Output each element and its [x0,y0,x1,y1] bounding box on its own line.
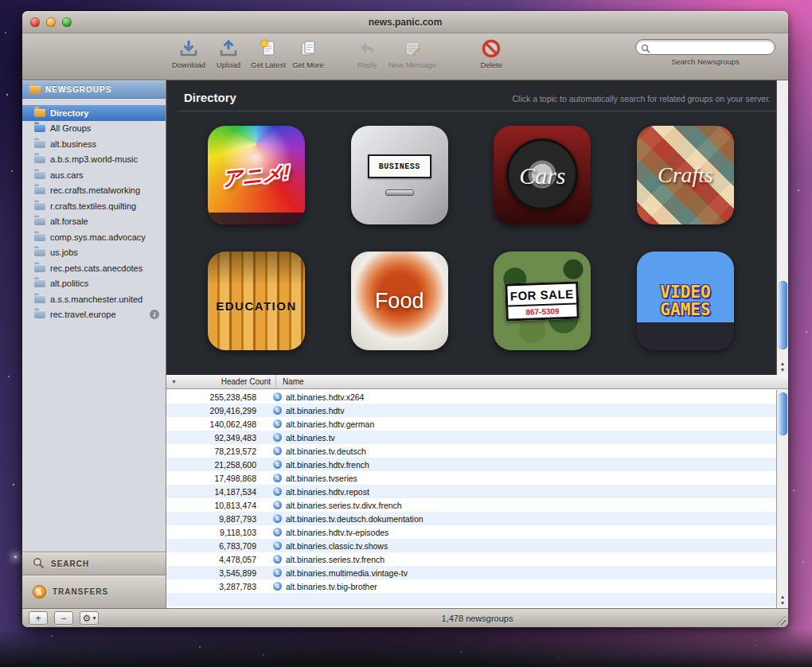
download-button[interactable]: Download [170,37,207,69]
zoom-button[interactable] [62,18,72,27]
directory-scrollbar-thumb[interactable] [779,281,787,349]
sidebar-item[interactable]: alt.politics [22,276,166,292]
header-count-cell: 9,887,793 [166,514,266,524]
folder-icon [34,171,45,179]
remove-group-button[interactable]: − [54,611,73,625]
table-row[interactable]: 6,783,709 ⇅ alt.binaries.classic.tv.show… [166,539,776,552]
header-count-cell: 17,498,868 [166,474,266,483]
directory-tile-education[interactable]: EDUCATION [208,252,305,350]
folder-icon [34,264,45,272]
sidebar-item[interactable]: rec.crafts.metalworking [22,183,166,199]
sidebar-item[interactable]: us.jobs [22,245,166,261]
table-row[interactable]: 14,187,534 ⇅ alt.binaries.hdtv.repost [166,485,776,498]
newsgroup-name-cell: alt.binaries.multimedia.vintage-tv [286,568,408,578]
sidebar-item-label: All Groups [50,123,91,133]
directory-tile-food[interactable]: Food [351,252,448,350]
header-count-cell: 6,783,709 [166,541,266,551]
upload-button[interactable]: Upload [210,37,247,69]
minimize-button[interactable] [46,18,56,27]
table-row[interactable]: 78,219,572 ⇅ alt.binaries.tv.deutsch [166,444,776,458]
sidebar-search-label: SEARCH [51,560,89,568]
desktop-stars [0,0,2,2]
newsgroup-name-cell: alt.binaries.tv [286,433,335,443]
directory-tile-video-games[interactable]: VIDEO GAMES [637,252,734,350]
table-row[interactable]: 10,813,474 ⇅ alt.binaries.series.tv.divx… [166,498,776,512]
directory-tile-forsale[interactable]: FOR SALE 867-5309 [494,252,591,350]
sidebar-item-label: comp.sys.mac.advocacy [50,232,146,242]
scroll-down-icon[interactable]: ▼ [780,600,785,607]
business-tile-label: BUSINESS [368,154,431,178]
sidebar-item[interactable]: aus.cars [22,167,166,183]
action-menu-button[interactable]: ⚙ ▾ [80,611,99,625]
sidebar-search-section[interactable]: SEARCH [22,552,166,575]
sidebar-item-label: rec.travel.europe [50,310,116,319]
table-row[interactable]: 255,238,458 ⇅ alt.binaries.hdtv.x264 [166,390,776,404]
food-tile-label: Food [375,289,424,314]
column-header-count[interactable]: Header Count [166,375,276,388]
newsgroup-icon: ⇅ [273,528,282,536]
download-label: Download [172,60,205,69]
table-scrollbar[interactable]: ▲ ▼ [776,390,788,608]
header-count-cell: 255,238,458 [166,392,266,402]
table-scrollbar-thumb[interactable] [779,392,787,435]
minus-icon: − [61,613,66,624]
sidebar-item[interactable]: alt.business [22,136,166,152]
directory-tile-cars[interactable]: Cars [494,126,591,224]
table-scroll-arrows[interactable]: ▲ ▼ [777,594,788,607]
toolbar: Download Upload Get Latest Get More Repl… [22,33,788,80]
sidebar-item[interactable]: alt.forsale [22,214,166,230]
sidebar-item[interactable]: Directory [22,105,166,121]
newsgroup-table: ▼ Header Count Name 255,238,458 ⇅ alt.bi… [166,375,788,608]
table-row[interactable]: 9,118,103 ⇅ alt.binaries.hdtv.tv-episode… [166,525,776,539]
column-header-name[interactable]: Name [276,375,304,388]
directory-tile-crafts[interactable]: Crafts [637,126,734,224]
window-content: NEWSGROUPS Directory All Groups [22,80,788,608]
search-field-label: Search Newsgroups [671,57,740,66]
directory-scroll-arrows[interactable]: ▲ ▼ [777,361,788,373]
search-input[interactable] [635,39,775,55]
folder-icon [34,310,45,318]
newsgroup-name-cell: alt.binaries.hdtv.tv-episodes [286,528,388,537]
sidebar-item[interactable]: All Groups [22,121,166,137]
newsgroups-section-header[interactable]: NEWSGROUPS [22,80,166,99]
sidebar-item[interactable]: a.s.s.manchester.united [22,291,166,307]
table-row[interactable]: 3,545,899 ⇅ alt.binaries.multimedia.vint… [166,566,776,579]
newsgroups-header-label: NEWSGROUPS [45,85,111,94]
info-icon[interactable]: i [150,310,159,319]
table-row[interactable]: 9,887,793 ⇅ alt.binaries.tv.deutsch.doku… [166,512,776,525]
sidebar-item[interactable]: r.crafts.textiles.quilting [22,198,166,214]
scroll-up-icon[interactable]: ▲ [780,361,785,367]
directory-tile-anime[interactable]: アニメ! [208,126,305,224]
table-row[interactable]: 209,416,299 ⇅ alt.binaries.hdtv [166,404,776,417]
table-row[interactable]: 21,258,600 ⇅ alt.binaries.hdtv.french [166,458,776,471]
sidebar-item[interactable]: a.b.s.mp3.world-music [22,152,166,168]
get-more-button[interactable]: Get More [290,37,326,69]
table-row[interactable]: 17,498,868 ⇅ alt.binaries.tvseries [166,471,776,485]
scroll-down-icon[interactable]: ▼ [780,367,785,373]
folder-icon [34,202,45,210]
search-icon [641,42,650,57]
newsgroup-icon: ⇅ [273,568,282,577]
sidebar-item[interactable]: comp.sys.mac.advocacy [22,229,166,245]
scroll-up-icon[interactable]: ▲ [780,594,785,600]
newsgroups-folder-icon [29,86,41,94]
close-button[interactable] [30,18,40,27]
folder-icon [34,217,45,225]
titlebar[interactable]: news.panic.com [22,11,788,33]
delete-button[interactable]: Delete [473,37,509,69]
get-latest-button[interactable]: Get Latest [250,37,287,69]
directory-tile-business[interactable]: BUSINESS [351,126,448,224]
newsgroup-icon: ⇅ [273,582,282,591]
sidebar-item[interactable]: rec.pets.cats.anecdotes [22,260,166,276]
sort-caret-icon[interactable]: ▼ [171,379,177,384]
directory-scrollbar[interactable]: ▲ ▼ [776,80,788,375]
table-row[interactable]: 4,478,057 ⇅ alt.binaries.series.tv.frenc… [166,552,776,566]
sidebar-item[interactable]: rec.travel.europe i [22,307,166,323]
reply-button[interactable]: Reply [349,37,385,69]
add-group-button[interactable]: + [29,611,48,625]
new-message-button[interactable]: New Message [388,37,436,69]
table-row[interactable]: 140,062,498 ⇅ alt.binaries.hdtv.german [166,417,776,431]
table-row[interactable]: 92,349,483 ⇅ alt.binaries.tv [166,431,776,444]
sidebar-transfers-section[interactable]: ⇅ TRANSFERS [22,575,166,608]
table-row[interactable]: 3,287,783 ⇅ alt.binaries.tv.big-brother [166,579,776,593]
